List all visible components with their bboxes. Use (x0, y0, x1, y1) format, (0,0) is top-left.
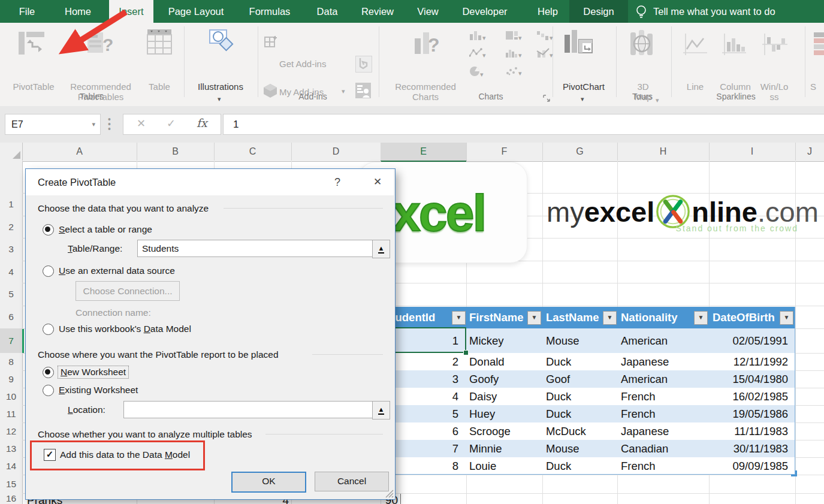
table-range-picker-icon[interactable]: ▲ (372, 240, 390, 258)
select-all-corner[interactable] (0, 143, 23, 161)
radio-select-table-range[interactable] (43, 224, 54, 236)
filter-dateofbirth-icon[interactable]: ▼ (780, 311, 793, 325)
column-header-f[interactable]: F (466, 143, 543, 161)
row-header-10[interactable]: 10 (0, 388, 23, 406)
radio-new-worksheet-label[interactable]: New Worksheet (58, 366, 129, 379)
dialog-resize-grip[interactable] (385, 490, 394, 498)
filter-nationality-icon[interactable]: ▼ (694, 311, 708, 325)
pivotchart-button[interactable] (563, 29, 594, 60)
tab-view[interactable]: View (409, 0, 447, 23)
radio-workbook-data-model-label[interactable]: Use this workbook's Data Model (59, 324, 191, 334)
row-header-14[interactable]: 14 (0, 457, 23, 475)
column-bar-chart-button[interactable]: ▾ (469, 31, 486, 43)
illustrations-button[interactable] (204, 29, 239, 86)
cell-dateofbirth[interactable]: 19/05/1986 (709, 405, 788, 422)
cancel-button[interactable]: Cancel (315, 472, 389, 491)
cell-dateofbirth[interactable]: 02/05/1991 (709, 328, 788, 353)
cancel-entry-icon[interactable]: ✕ (137, 117, 146, 130)
table-range-input[interactable]: Students (137, 240, 373, 257)
hierarchy-chart-button[interactable]: ▾ (505, 31, 522, 43)
column-header-g[interactable]: G (542, 143, 618, 161)
cell-firstname[interactable]: Donald (469, 353, 541, 370)
cell-nationality[interactable]: French (621, 388, 705, 405)
cell-lastname[interactable]: Duck (546, 353, 617, 370)
column-header-i[interactable]: I (709, 143, 796, 161)
location-input[interactable] (123, 401, 373, 418)
tab-design[interactable]: Design (569, 0, 628, 23)
column-header-d[interactable]: D (291, 143, 381, 161)
cell-dateofbirth[interactable]: 09/09/1985 (709, 457, 788, 475)
radio-new-worksheet[interactable] (43, 367, 54, 378)
row-header-4[interactable]: 4 (0, 261, 23, 283)
charts-dialog-launcher-icon[interactable] (543, 95, 550, 102)
filter-lastname-icon[interactable]: ▼ (603, 311, 617, 325)
column-header-h[interactable]: H (617, 143, 710, 161)
map-3d-button[interactable] (627, 29, 658, 60)
cell-nationality[interactable]: Japanese (621, 422, 705, 440)
radio-existing-worksheet[interactable] (43, 385, 54, 396)
name-box-dropdown-icon[interactable]: ▾ (92, 114, 95, 134)
histogram-chart-button[interactable]: ▾ (505, 48, 522, 60)
table-button[interactable] (147, 29, 172, 58)
my-addins-button[interactable] (262, 83, 278, 101)
row-header-6[interactable]: 6 (0, 306, 23, 329)
column-header-c[interactable]: C (214, 143, 292, 161)
filter-studentid-icon[interactable]: ▼ (452, 311, 466, 325)
row-header-9[interactable]: 9 (0, 370, 23, 388)
sparkline-column-button[interactable] (721, 32, 747, 60)
cell-firstname[interactable]: Daisy (469, 388, 541, 405)
radio-external-source[interactable] (43, 265, 54, 277)
tab-developer[interactable]: Developer (454, 0, 515, 23)
cell-firstname[interactable]: Scrooge (469, 422, 541, 440)
people-graph-button[interactable] (355, 83, 371, 98)
name-box[interactable]: E7 ▾ (5, 114, 101, 135)
radio-workbook-data-model[interactable] (43, 324, 54, 335)
enter-entry-icon[interactable]: ✓ (167, 117, 176, 130)
cell-dateofbirth[interactable]: 16/02/1985 (709, 388, 788, 405)
cell-nationality[interactable]: Japanese (621, 353, 705, 370)
cell-firstname[interactable]: Minnie (469, 440, 541, 457)
row-header-1[interactable]: 1 (0, 193, 23, 216)
tell-me-box[interactable]: Tell me what you want to do (653, 0, 775, 23)
row-header-12[interactable]: 12 (0, 422, 23, 440)
column-header-b[interactable]: B (137, 143, 215, 161)
cell-nationality[interactable]: American (621, 370, 705, 388)
row-header-5[interactable]: 5 (0, 283, 23, 306)
waterfall-chart-button[interactable]: ▾ (536, 31, 553, 43)
column-header-a[interactable]: A (22, 143, 137, 161)
cell-dateofbirth[interactable]: 15/04/1980 (709, 370, 788, 388)
cell-dateofbirth[interactable]: 11/11/1983 (709, 422, 788, 440)
line-area-chart-button[interactable]: ▾ (469, 48, 486, 60)
row-header-7[interactable]: 7 (0, 328, 24, 354)
cell-lastname[interactable]: Duck (546, 457, 617, 475)
tab-data[interactable]: Data (307, 0, 348, 23)
column-header-e[interactable]: E (381, 143, 467, 162)
cell-firstname[interactable]: Goofy (469, 370, 541, 388)
tab-formulas[interactable]: Formulas (241, 0, 298, 23)
cell-lastname[interactable]: Goof (546, 370, 617, 388)
get-addins-button[interactable] (264, 34, 278, 50)
slicer-button[interactable] (813, 31, 824, 60)
ok-button[interactable]: OK (231, 472, 306, 493)
cell-firstname[interactable]: Louie (469, 457, 541, 475)
filter-firstname-icon[interactable]: ▼ (527, 311, 541, 325)
dialog-close-icon[interactable]: ✕ (364, 169, 391, 195)
row-header-13[interactable]: 13 (0, 440, 23, 458)
row-header-8[interactable]: 8 (0, 353, 23, 371)
choose-connection-button[interactable]: Choose Connection... (76, 281, 180, 301)
column-header-j[interactable]: J (795, 143, 824, 161)
cell-dateofbirth[interactable]: 12/11/1992 (709, 353, 788, 370)
fill-handle[interactable] (463, 350, 469, 355)
location-picker-icon[interactable]: ▲ (372, 401, 390, 420)
table-resize-handle[interactable] (791, 470, 797, 476)
sparkline-winloss-button[interactable] (761, 32, 789, 60)
dialog-title-bar[interactable]: Create PivotTable ? ✕ (26, 169, 394, 195)
cell-nationality[interactable]: Canadian (621, 440, 705, 457)
scatter-chart-button[interactable]: ▾ (505, 66, 522, 78)
bing-maps-button[interactable] (355, 56, 372, 73)
formula-input[interactable]: 1 (223, 114, 824, 135)
pie-chart-button[interactable]: ▾ (469, 66, 484, 79)
recommended-charts-button[interactable]: ? (412, 30, 442, 60)
cell-firstname[interactable]: Huey (469, 405, 541, 422)
row-header-2[interactable]: 2 (0, 216, 23, 239)
